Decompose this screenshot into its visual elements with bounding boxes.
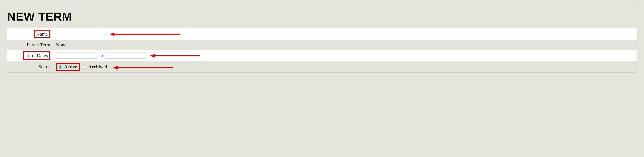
- page-title: NEW TERM: [7, 10, 637, 23]
- label-term-dates: Term Dates: [23, 51, 50, 60]
- svg-marker-1: [110, 32, 114, 36]
- top-rule: [7, 6, 637, 6]
- status-archived-label: Archived: [88, 64, 107, 69]
- svg-marker-5: [113, 66, 118, 69]
- arrow-icon: [110, 32, 180, 36]
- row-parent-term: Parent Term None: [8, 40, 637, 50]
- label-parent-term: Parent Term: [8, 40, 53, 50]
- label-status: Status: [8, 61, 53, 72]
- term-date-to-input[interactable]: [105, 52, 146, 58]
- status-active-label: Active: [64, 64, 77, 69]
- value-parent-term: None: [53, 40, 637, 50]
- status-active-radio[interactable]: [58, 65, 62, 69]
- arrow-icon: [150, 53, 200, 58]
- svg-marker-3: [150, 54, 155, 57]
- arrow-icon: [113, 65, 173, 70]
- new-term-form: Name Parent Term None Term Dates to: [7, 28, 637, 72]
- term-date-from-input[interactable]: [56, 52, 97, 58]
- term-dates-to-word: to: [100, 53, 103, 58]
- status-archived-option[interactable]: Archived: [81, 64, 109, 70]
- status-active-option[interactable]: Active: [57, 64, 79, 70]
- row-status: Status Active Archived: [8, 61, 637, 72]
- row-term-dates: Term Dates to: [8, 50, 637, 61]
- status-archived-radio[interactable]: [83, 65, 86, 69]
- label-name: Name: [34, 30, 50, 38]
- name-input[interactable]: [56, 31, 106, 37]
- row-name: Name: [8, 28, 637, 40]
